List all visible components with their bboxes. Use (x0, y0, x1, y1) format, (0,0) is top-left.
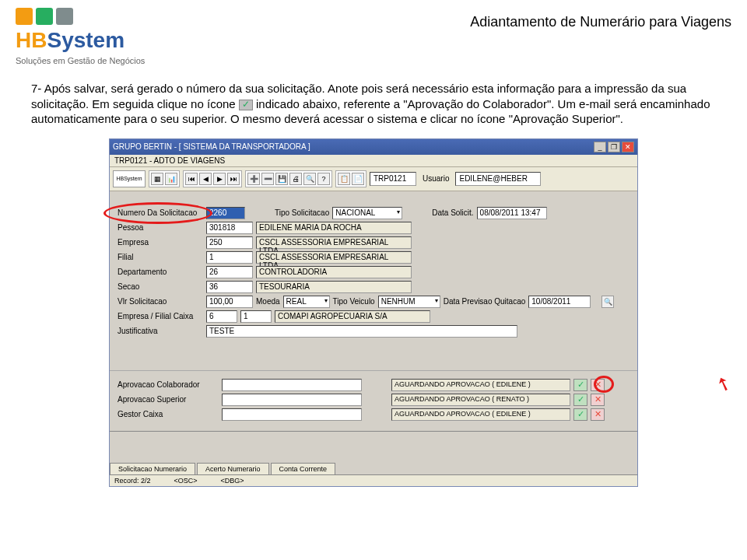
input-pessoa-id[interactable]: 301818 (206, 222, 253, 234)
print-icon[interactable]: 🖨 (289, 173, 302, 185)
page-title: Adiantamento de Numerário para Viagens (470, 14, 731, 30)
user-label: Usuario (419, 174, 452, 183)
toolbar-icon[interactable]: 📊 (165, 173, 177, 185)
appr-status-3: AGUARDANDO APROVACAO ( EDILENE ) (391, 408, 570, 421)
status-record: Record: 2/2 (114, 477, 151, 485)
input-filial-caixa[interactable]: 1 (240, 310, 272, 323)
close-button[interactable]: ✕ (622, 142, 634, 152)
nav-next-icon[interactable]: ▶ (213, 173, 226, 185)
label-data: Data Solicit. (432, 208, 473, 217)
reject-icon[interactable]: ✕ (591, 408, 605, 421)
approval-section: Aprovacao Colaborador AGUARDANDO APROVAC… (110, 370, 637, 431)
input-secao-id[interactable]: 36 (206, 281, 253, 293)
appr-status-2: AGUARDANDO APROVACAO ( RENATO ) (391, 394, 570, 406)
input-filial-id[interactable]: 1 (206, 251, 253, 264)
maximize-button[interactable]: ❐ (608, 142, 620, 152)
toolbar-logo: HBSystem (113, 170, 146, 187)
user-value: EDILENE@HEBER (455, 172, 541, 186)
logo-text-2: System (47, 28, 124, 52)
bottom-tabs: Solicitacao Numerario Acerto Numerario C… (110, 431, 637, 474)
label-depto: Departamento (117, 268, 203, 276)
input-vlr[interactable]: 100,00 (206, 296, 253, 308)
app-screenshot: GRUPO BERTIN - [ SISTEMA DA TRANSPORTADO… (109, 138, 638, 487)
app-titlebar: GRUPO BERTIN - [ SISTEMA DA TRANSPORTADO… (110, 139, 637, 155)
input-empresa-id[interactable]: 250 (206, 236, 253, 249)
status-osc: <OSC> (174, 477, 198, 485)
appr-status-1: AGUARDANDO APROVACAO ( EDILENE ) (391, 379, 570, 391)
help-icon[interactable]: ? (317, 173, 330, 185)
toolbar-icon[interactable]: ▦ (151, 173, 163, 185)
toolbar-icon[interactable]: 📋 (338, 173, 350, 185)
approve-icon[interactable]: ✓ (573, 408, 587, 421)
logo-icon-3 (56, 8, 73, 25)
input-quitacao[interactable]: 10/08/2011 (528, 296, 591, 308)
logo-icon-1 (16, 8, 33, 25)
app-title: GRUPO BERTIN - [ SISTEMA DA TRANSPORTADO… (113, 142, 310, 151)
input-depto-nome: CONTROLADORIA (256, 266, 412, 278)
statusbar: Record: 2/2 <OSC> <DBG> (110, 474, 637, 486)
input-moeda[interactable]: REAL (283, 296, 330, 308)
label-tipo: Tipo Solicitacao (275, 208, 329, 217)
input-data: 08/08/2011 13:47 (477, 207, 547, 219)
input-veiculo[interactable]: NENHUM (378, 296, 440, 308)
logo-block: HBSystem Soluções em Gestão de Negócios (16, 8, 145, 65)
input-filial-nome: CSCL ASSESSORIA EMPRESARIAL LTDA (256, 251, 412, 264)
nav-last-icon[interactable]: ⏭ (227, 173, 240, 185)
approve-icon[interactable]: ✓ (573, 379, 587, 391)
input-secao-nome: TESOURARIA (256, 281, 412, 293)
arrow-annotation: ➘ (713, 371, 735, 397)
reject-icon[interactable]: ✕ (591, 379, 605, 391)
tab-acerto[interactable]: Acerto Numerario (197, 463, 269, 474)
toolbar-code: TRP0121 (370, 172, 416, 186)
input-empfilial-nome: COMAPI AGROPECUARIA S/A (275, 310, 430, 323)
nav-prev-icon[interactable]: ◀ (199, 173, 212, 185)
label-vlr: Vlr Solicitacao (117, 297, 203, 306)
appr-field-2[interactable] (222, 394, 362, 406)
label-empfilial: Empresa / Filial Caixa (117, 312, 203, 320)
nav-first-icon[interactable]: ⏮ (185, 173, 198, 185)
appr-label-1: Aprovacao Colaborador (117, 380, 219, 389)
delete-icon[interactable]: ➖ (261, 173, 274, 185)
appr-label-3: Gestor Caixa (117, 410, 219, 418)
add-icon[interactable]: ➕ (247, 173, 260, 185)
check-icon: ✓ (239, 100, 253, 110)
input-justif[interactable]: TESTE (206, 325, 517, 338)
label-justif: Justificativa (117, 327, 203, 335)
toolbar-icon[interactable]: 📄 (352, 173, 364, 185)
form-area: Numero Da Solicitacao 2260 Tipo Solicita… (110, 191, 637, 370)
input-num[interactable]: 2260 (206, 207, 245, 219)
label-moeda: Moeda (256, 297, 280, 306)
label-filial: Filial (117, 253, 203, 261)
app-subtitle: TRP0121 - ADTO DE VIAGENS (110, 155, 637, 167)
search-icon[interactable]: 🔍 (303, 173, 316, 185)
label-veiculo: Tipo Veiculo (333, 297, 375, 306)
logo-icon-2 (36, 8, 53, 25)
minimize-button[interactable]: _ (594, 142, 606, 152)
label-pessoa: Pessoa (117, 223, 203, 232)
appr-label-2: Aprovacao Superior (117, 395, 219, 404)
app-toolbar: HBSystem ▦ 📊 ⏮ ◀ ▶ ⏭ ➕ ➖ 💾 🖨 🔍 ? 📋 📄 TRP… (110, 167, 637, 191)
logo-text-1: HB (16, 28, 47, 52)
label-secao: Secao (117, 282, 203, 291)
approve-icon[interactable]: ✓ (573, 394, 587, 406)
tab-solicitacao[interactable]: Solicitacao Numerario (110, 463, 195, 474)
input-empresa-nome: CSCL ASSESSORIA EMPRESARIAL LTDA (256, 236, 412, 249)
status-dbg: <DBG> (221, 477, 244, 485)
logo-tagline: Soluções em Gestão de Negócios (16, 56, 145, 65)
tab-conta[interactable]: Conta Corrente (271, 463, 336, 474)
input-emp-caixa[interactable]: 6 (206, 310, 237, 323)
reject-icon[interactable]: ✕ (591, 394, 605, 406)
input-tipo[interactable]: NACIONAL (332, 207, 402, 219)
instruction-text: 7- Após salvar, será gerado o número da … (0, 73, 747, 138)
input-depto-id[interactable]: 26 (206, 266, 253, 278)
lookup-icon[interactable]: 🔍 (601, 296, 614, 308)
appr-field-1[interactable] (222, 379, 362, 391)
label-num: Numero Da Solicitacao (117, 208, 203, 217)
save-icon[interactable]: 💾 (275, 173, 288, 185)
input-pessoa-nome: EDILENE MARIA DA ROCHA (256, 222, 412, 234)
label-quitacao: Data Previsao Quitacao (444, 297, 526, 306)
page-header: HBSystem Soluções em Gestão de Negócios … (0, 0, 747, 73)
label-empresa: Empresa (117, 238, 203, 247)
appr-field-3[interactable] (222, 408, 362, 421)
